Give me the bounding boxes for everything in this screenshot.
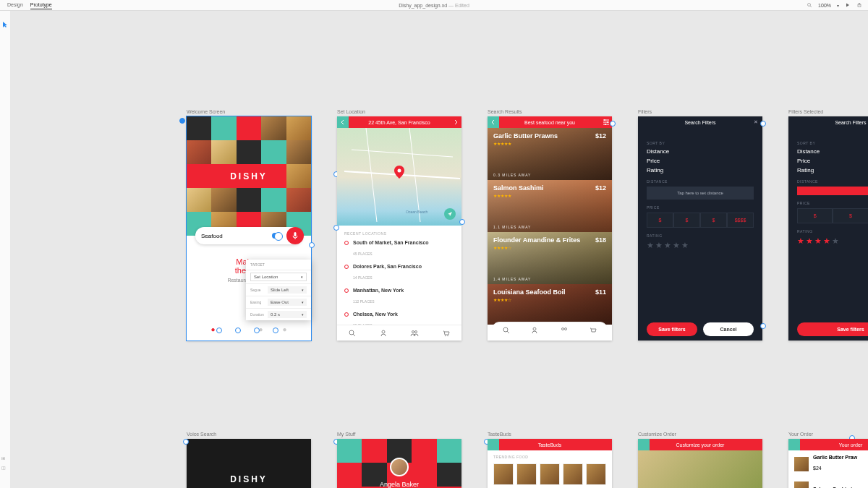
popover-row-easing[interactable]: EasingEase Out▾ xyxy=(246,296,311,308)
back-icon[interactable] xyxy=(488,439,499,450)
loc-sub: 112 PLACES xyxy=(353,299,374,304)
wire-node[interactable] xyxy=(183,439,189,445)
nav-dot[interactable]: ● xyxy=(282,325,286,333)
search-pill[interactable]: Seafood xyxy=(195,227,302,244)
pin-icon[interactable] xyxy=(394,166,404,181)
users-icon[interactable] xyxy=(560,324,569,337)
filter-buttons: Save filters xyxy=(797,322,868,336)
artboard-your-order[interactable]: Your Order Your order Garlic Butter Praw… xyxy=(788,439,868,488)
popover-row-segue[interactable]: SegueSlide Left▾ xyxy=(246,283,311,296)
rating-stars[interactable]: ★★★★★ xyxy=(797,236,868,246)
sort-option[interactable]: Distance xyxy=(647,148,754,155)
save-filters-button[interactable]: Save filters xyxy=(647,322,697,336)
back-icon[interactable] xyxy=(488,116,499,128)
price-seg[interactable]: $ xyxy=(673,213,700,228)
price-seg[interactable]: $ xyxy=(700,213,727,228)
mic-icon[interactable] xyxy=(286,227,304,244)
search-icon[interactable] xyxy=(503,324,510,337)
popover-target-row[interactable]: Set Location▾ xyxy=(246,270,311,283)
wire-node[interactable] xyxy=(235,328,241,333)
result-item[interactable]: Flounder Amandine & Frites★★★★☆$181.4 MI… xyxy=(488,232,612,284)
map-view[interactable]: Ocean Beach xyxy=(337,128,461,226)
back-icon[interactable] xyxy=(638,439,650,450)
locate-icon[interactable] xyxy=(444,208,456,220)
order-item[interactable]: Garlic Butter Praw$24 xyxy=(788,450,868,477)
search-icon[interactable] xyxy=(807,2,812,9)
chevron-down-icon[interactable]: ▾ xyxy=(301,275,303,279)
forward-icon[interactable] xyxy=(450,116,461,128)
food-thumb[interactable] xyxy=(516,463,537,485)
artboard-my-stuff[interactable]: My Stuff Angela Baker Edit profile xyxy=(337,439,461,488)
price-segments[interactable]: $ $ $ xyxy=(797,208,868,223)
home-node[interactable] xyxy=(179,118,185,124)
sort-option[interactable]: Distance✓ xyxy=(797,148,868,155)
artboard-voice-search[interactable]: Voice Search DISHY What are you xyxy=(187,439,311,488)
food-thumb[interactable] xyxy=(493,463,514,485)
sort-option[interactable]: Rating xyxy=(647,167,754,174)
artboard-set-location[interactable]: Set Location 22 45th Ave, San Francisco … xyxy=(337,116,461,341)
avatar[interactable] xyxy=(390,458,409,476)
back-icon[interactable] xyxy=(337,116,349,128)
price-segments[interactable]: $ $ $ $$$$ xyxy=(647,213,754,228)
wire-node[interactable] xyxy=(273,328,278,333)
nav-dot[interactable]: ● xyxy=(210,325,215,333)
user-icon[interactable] xyxy=(380,327,387,340)
artboard-filters[interactable]: Filters Search Filters ✕ SORT BY Distanc… xyxy=(638,116,762,341)
food-thumb[interactable] xyxy=(563,463,583,485)
user-icon[interactable] xyxy=(531,324,538,337)
distance-pill[interactable]: Tap here to set distance xyxy=(647,187,754,200)
save-filters-button[interactable]: Save filters xyxy=(797,322,868,336)
result-item[interactable]: Louisiana Seafood Boil★★★★☆$11 xyxy=(488,284,612,325)
artboard-customize-order[interactable]: Customize Order Customize your order xyxy=(638,439,762,488)
location-item[interactable]: Manhattan, New York112 PLACES xyxy=(344,288,454,306)
result-item[interactable]: Garlic Butter Prawns★★★★★$120.3 MILES AW… xyxy=(488,128,612,180)
artboard-search-results[interactable]: Search Results Best seafood near you Gar… xyxy=(488,116,612,341)
zoom-level[interactable]: 100% xyxy=(818,3,831,8)
tool-icon[interactable]: ⊞ xyxy=(1,455,6,461)
popover-row-duration[interactable]: Duration0.2 s▾ xyxy=(246,308,311,320)
wire-node[interactable] xyxy=(760,121,766,127)
cart-icon[interactable] xyxy=(590,324,597,337)
tab-prototype[interactable]: Prototype xyxy=(30,1,52,9)
result-item[interactable]: Salmon Sashimi★★★★★$121.1 MILES AWAY xyxy=(488,180,612,232)
close-icon[interactable]: ✕ xyxy=(754,119,758,125)
toggle-icon[interactable] xyxy=(272,233,282,239)
distance-pill[interactable] xyxy=(797,187,868,195)
price-seg[interactable]: $$$$ xyxy=(727,213,754,228)
food-thumb[interactable] xyxy=(540,463,560,485)
wire-node[interactable] xyxy=(254,328,260,333)
back-icon[interactable] xyxy=(788,439,800,450)
sort-option[interactable]: Rating xyxy=(797,167,868,174)
tab-design[interactable]: Design xyxy=(7,1,23,9)
wire-node[interactable] xyxy=(610,121,616,127)
cancel-button[interactable]: Cancel xyxy=(703,322,754,336)
users-icon[interactable] xyxy=(410,327,419,340)
selection-tool-icon[interactable] xyxy=(2,18,8,31)
cart-icon[interactable] xyxy=(443,327,450,340)
back-icon[interactable] xyxy=(337,439,349,450)
play-icon[interactable] xyxy=(845,2,851,9)
location-item[interactable]: South of Market, San Francisco45 PLACES xyxy=(344,240,454,258)
price-seg[interactable]: $ xyxy=(797,208,833,223)
search-icon[interactable] xyxy=(349,327,356,340)
wire-node[interactable] xyxy=(309,242,315,248)
wire-node[interactable] xyxy=(216,328,222,333)
interaction-popover[interactable]: TARGET Set Location▾ SegueSlide Left▾ Ea… xyxy=(246,260,311,320)
chevron-down-icon[interactable]: ▾ xyxy=(837,3,839,8)
price-seg[interactable]: $ xyxy=(647,213,673,228)
location-item[interactable]: Dolores Park, San Francisco14 PLACES xyxy=(344,264,454,282)
order-item[interactable]: Salmon Sashimi xyxy=(788,477,868,488)
order-thumb xyxy=(794,457,809,471)
canvas[interactable]: Welcome Screen DISHY Seafood Make cthe n… xyxy=(10,11,868,488)
tool-icon[interactable]: ◫ xyxy=(1,465,6,470)
artboard-tastebuds[interactable]: TasteBuds TasteBuds TRENDING FOOD xyxy=(488,439,612,488)
share-icon[interactable] xyxy=(856,2,862,9)
wire-node[interactable] xyxy=(760,323,766,329)
artboard-filters-selected[interactable]: Filters Selected Search Filters SORT BY … xyxy=(788,116,868,341)
sort-option[interactable]: Price xyxy=(647,158,754,164)
rating-stars[interactable]: ★★★★★ xyxy=(647,241,754,250)
wire-node[interactable] xyxy=(459,219,465,225)
price-seg[interactable]: $ xyxy=(833,208,868,223)
sort-option[interactable]: Price xyxy=(797,158,868,164)
food-thumb[interactable] xyxy=(586,463,606,485)
